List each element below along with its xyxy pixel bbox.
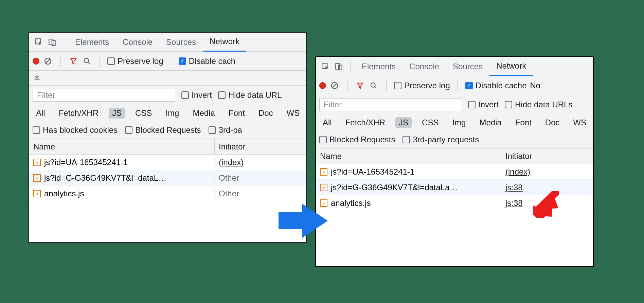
js-file-icon: ⬨ xyxy=(33,159,41,166)
tab-elements[interactable]: Elements xyxy=(355,57,402,76)
clear-icon[interactable] xyxy=(43,56,53,66)
type-filter-row: All Fetch/XHR JS CSS Img Media Font Doc … xyxy=(29,105,306,122)
search-icon[interactable] xyxy=(369,81,379,91)
clear-icon[interactable] xyxy=(329,81,340,91)
initiator-link[interactable]: (index) xyxy=(505,167,530,177)
hide-data-urls-checkbox[interactable]: Hide data URL xyxy=(218,90,282,100)
invert-checkbox[interactable]: Invert xyxy=(181,90,212,100)
device-toggle-icon[interactable] xyxy=(46,36,58,48)
tab-sources[interactable]: Sources xyxy=(159,33,203,52)
network-toolbar: Preserve log ✓Disable cache No xyxy=(316,76,593,95)
device-toggle-icon[interactable] xyxy=(333,60,345,73)
type-media[interactable]: Media xyxy=(476,117,505,128)
blue-arrow-icon xyxy=(275,200,329,241)
table-row[interactable]: ⬨js?id=G-G36G49KV7T&l=dataL… Other xyxy=(29,170,306,186)
type-img[interactable]: Img xyxy=(162,108,182,119)
type-fetch-xhr[interactable]: Fetch/XHR xyxy=(342,117,389,128)
tab-sources[interactable]: Sources xyxy=(446,57,489,76)
grid-body: ⬨js?id=UA-165345241-1 (index) ⬨js?id=G-G… xyxy=(29,155,306,201)
third-party-checkbox[interactable]: 3rd-pa xyxy=(209,125,242,135)
tab-console[interactable]: Console xyxy=(402,57,446,76)
type-filter-row: All Fetch/XHR JS CSS Img Media Font Doc … xyxy=(316,114,593,131)
preserve-log-checkbox[interactable]: Preserve log xyxy=(394,81,450,90)
grid-header: Name Initiator xyxy=(316,148,593,164)
preserve-log-label: Preserve log xyxy=(404,81,450,90)
disable-cache-checkbox[interactable]: ✓Disable cach xyxy=(179,56,235,66)
preserve-log-checkbox[interactable]: Preserve log xyxy=(107,56,163,66)
table-row[interactable]: ⬨js?id=UA-165345241-1 (index) xyxy=(316,164,593,180)
no-throttling-cut: No xyxy=(530,81,540,90)
request-name: js?id=UA-165345241-1 xyxy=(331,167,414,177)
initiator-link[interactable]: js:38 xyxy=(505,198,523,208)
filter-input[interactable]: Filter xyxy=(319,98,462,111)
hide-data-urls-checkbox[interactable]: Hide data URLs xyxy=(505,100,572,109)
divider xyxy=(171,56,171,67)
type-doc[interactable]: Doc xyxy=(542,117,563,128)
col-name-header[interactable]: Name xyxy=(316,148,501,164)
filter-icon[interactable] xyxy=(68,56,78,66)
type-font[interactable]: Font xyxy=(512,117,535,128)
export-har-icon[interactable] xyxy=(33,73,41,83)
divider xyxy=(64,37,64,48)
request-name: analytics.js xyxy=(44,189,84,198)
divider xyxy=(386,80,387,91)
js-file-icon: ⬨ xyxy=(320,184,327,191)
tab-bar: Elements Console Sources Network xyxy=(29,33,306,52)
search-icon[interactable] xyxy=(82,56,92,66)
disable-cache-label: Disable cache xyxy=(476,81,527,90)
js-file-icon: ⬨ xyxy=(33,174,41,182)
svg-rect-1 xyxy=(49,39,53,44)
type-ws[interactable]: WS xyxy=(570,117,590,128)
col-initiator-header[interactable]: Initiator xyxy=(215,139,306,154)
initiator-text: Other xyxy=(219,189,239,198)
blocked-requests-checkbox[interactable]: Blocked Requests xyxy=(125,125,201,135)
devtools-panel-before: Elements Console Sources Network Preserv… xyxy=(29,32,307,243)
has-blocked-cookies-checkbox[interactable]: Has blocked cookies xyxy=(33,125,118,135)
type-js[interactable]: JS xyxy=(395,117,412,128)
inspect-icon[interactable] xyxy=(319,60,332,73)
blocked-requests-label: Blocked Requests xyxy=(135,125,201,135)
inspect-icon[interactable] xyxy=(33,36,45,48)
type-doc[interactable]: Doc xyxy=(255,108,276,119)
js-file-icon: ⬨ xyxy=(320,168,327,176)
table-row[interactable]: ⬨analytics.js Other xyxy=(29,186,306,201)
type-css[interactable]: CSS xyxy=(132,108,155,119)
table-row[interactable]: ⬨js?id=UA-165345241-1 (index) xyxy=(29,155,306,170)
tab-network[interactable]: Network xyxy=(203,33,246,52)
type-all[interactable]: All xyxy=(319,117,335,128)
initiator-text: Other xyxy=(219,173,239,183)
download-row xyxy=(29,71,306,86)
type-all[interactable]: All xyxy=(33,108,49,119)
tab-elements[interactable]: Elements xyxy=(68,33,116,52)
type-img[interactable]: Img xyxy=(449,117,469,128)
type-js[interactable]: JS xyxy=(109,108,125,119)
svg-rect-5 xyxy=(35,78,40,79)
type-font[interactable]: Font xyxy=(225,108,248,119)
tab-console[interactable]: Console xyxy=(116,33,159,52)
invert-checkbox[interactable]: Invert xyxy=(468,100,499,109)
request-name: js?id=G-G36G49KV7T&l=dataL… xyxy=(44,173,166,183)
type-ws[interactable]: WS xyxy=(283,108,303,119)
type-css[interactable]: CSS xyxy=(418,117,442,128)
third-party-label: 3rd-pa xyxy=(219,125,242,135)
grid-header: Name Initiator xyxy=(29,139,306,155)
record-button[interactable] xyxy=(319,82,326,89)
type-fetch-xhr[interactable]: Fetch/XHR xyxy=(55,108,102,119)
divider xyxy=(100,56,100,67)
blocked-requests-checkbox[interactable]: Blocked Requests xyxy=(319,135,395,144)
filter-input[interactable]: Filter xyxy=(33,89,175,102)
initiator-link[interactable]: js:38 xyxy=(505,183,523,192)
record-button[interactable] xyxy=(33,58,39,65)
initiator-link[interactable]: (index) xyxy=(219,158,244,167)
hide-data-urls-label: Hide data URL xyxy=(228,90,282,100)
request-name: analytics.js xyxy=(331,198,371,208)
type-media[interactable]: Media xyxy=(189,108,218,119)
col-initiator-header[interactable]: Initiator xyxy=(501,148,593,164)
filter-icon[interactable] xyxy=(355,81,365,91)
third-party-checkbox[interactable]: 3rd-party requests xyxy=(402,135,479,144)
request-name: js?id=G-G36G49KV7T&l=dataLa… xyxy=(331,183,458,192)
col-name-header[interactable]: Name xyxy=(29,139,215,154)
filter-area: Filter Invert Hide data URLs All Fetch/X… xyxy=(316,95,593,148)
disable-cache-checkbox[interactable]: ✓Disable cache xyxy=(465,81,527,90)
tab-network[interactable]: Network xyxy=(489,57,533,76)
